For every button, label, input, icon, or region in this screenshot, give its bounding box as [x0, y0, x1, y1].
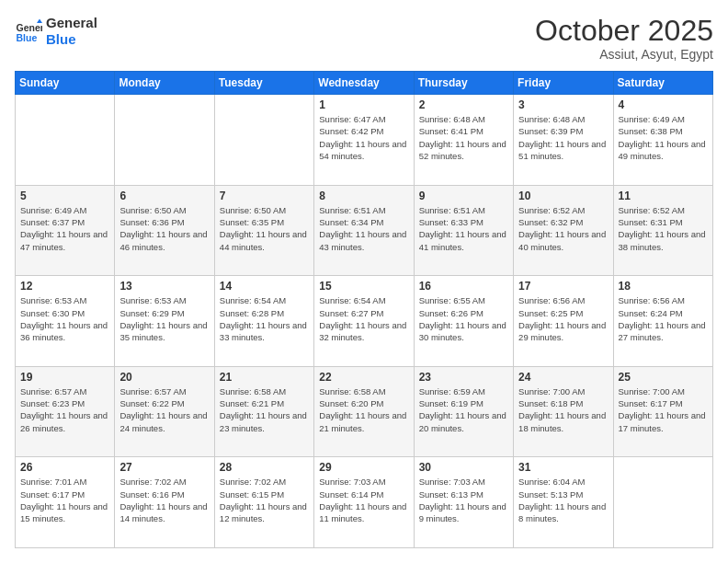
calendar-cell: 8Sunrise: 6:51 AMSunset: 6:34 PMDaylight… [314, 185, 414, 276]
calendar-cell: 2Sunrise: 6:48 AMSunset: 6:41 PMDaylight… [414, 95, 513, 186]
day-info: Sunrise: 7:01 AMSunset: 6:17 PMDaylight:… [20, 476, 109, 524]
day-info: Sunrise: 7:03 AMSunset: 6:13 PMDaylight:… [419, 476, 508, 524]
day-number: 2 [419, 98, 508, 111]
day-info: Sunrise: 7:00 AMSunset: 6:17 PMDaylight:… [619, 385, 708, 434]
calendar-cell: 29Sunrise: 7:03 AMSunset: 6:14 PMDayligh… [314, 457, 414, 548]
calendar-cell: 13Sunrise: 6:53 AMSunset: 6:29 PMDayligh… [115, 276, 214, 367]
calendar-cell: 6Sunrise: 6:50 AMSunset: 6:36 PMDaylight… [115, 185, 214, 276]
day-number: 8 [319, 190, 408, 202]
calendar-cell: 12Sunrise: 6:53 AMSunset: 6:30 PMDayligh… [16, 276, 115, 367]
day-number: 3 [518, 98, 608, 111]
day-number: 26 [20, 461, 109, 474]
day-number: 25 [619, 371, 708, 384]
day-info: Sunrise: 6:53 AMSunset: 6:29 PMDaylight:… [119, 294, 209, 343]
calendar-cell: 27Sunrise: 7:02 AMSunset: 6:16 PMDayligh… [115, 457, 214, 548]
day-info: Sunrise: 6:48 AMSunset: 6:41 PMDaylight:… [419, 113, 508, 162]
day-info: Sunrise: 6:53 AMSunset: 6:30 PMDaylight:… [20, 294, 109, 343]
header: General Blue General Blue October 2025 A… [15, 15, 713, 62]
logo: General Blue General Blue [15, 15, 97, 48]
day-info: Sunrise: 6:04 AMSunset: 5:13 PMDaylight:… [518, 476, 608, 524]
day-number: 24 [518, 371, 608, 384]
logo-icon: General Blue [15, 17, 42, 45]
day-number: 7 [220, 190, 309, 202]
calendar-cell: 7Sunrise: 6:50 AMSunset: 6:35 PMDaylight… [214, 185, 313, 276]
day-info: Sunrise: 6:58 AMSunset: 6:21 PMDaylight:… [220, 385, 309, 434]
day-number: 31 [518, 461, 608, 474]
day-info: Sunrise: 6:50 AMSunset: 6:36 PMDaylight:… [119, 204, 209, 253]
day-info: Sunrise: 6:52 AMSunset: 6:31 PMDaylight:… [619, 204, 708, 253]
day-number: 30 [419, 461, 508, 474]
day-number: 28 [220, 461, 309, 474]
svg-text:Blue: Blue [17, 32, 38, 43]
day-number: 1 [319, 98, 408, 111]
day-info: Sunrise: 7:03 AMSunset: 6:14 PMDaylight:… [319, 476, 408, 524]
day-info: Sunrise: 6:51 AMSunset: 6:33 PMDaylight:… [419, 204, 508, 253]
day-info: Sunrise: 6:52 AMSunset: 6:32 PMDaylight:… [518, 204, 608, 253]
calendar-table: SundayMondayTuesdayWednesdayThursdayFrid… [15, 71, 713, 548]
day-info: Sunrise: 6:57 AMSunset: 6:23 PMDaylight:… [20, 385, 109, 434]
page: General Blue General Blue October 2025 A… [0, 0, 728, 563]
day-of-week-header: Thursday [414, 72, 513, 95]
day-info: Sunrise: 6:50 AMSunset: 6:35 PMDaylight:… [220, 204, 309, 253]
day-number: 6 [119, 190, 209, 202]
calendar-cell [613, 457, 712, 548]
day-number: 5 [20, 190, 109, 202]
day-info: Sunrise: 7:02 AMSunset: 6:15 PMDaylight:… [220, 476, 309, 524]
month-title: October 2025 [535, 15, 713, 47]
calendar-cell: 14Sunrise: 6:54 AMSunset: 6:28 PMDayligh… [214, 276, 313, 367]
calendar-cell [115, 95, 214, 186]
day-number: 16 [419, 280, 508, 293]
day-info: Sunrise: 6:57 AMSunset: 6:22 PMDaylight:… [119, 385, 209, 434]
calendar-cell: 20Sunrise: 6:57 AMSunset: 6:22 PMDayligh… [115, 366, 214, 457]
calendar-cell: 17Sunrise: 6:56 AMSunset: 6:25 PMDayligh… [514, 276, 613, 367]
calendar-cell: 18Sunrise: 6:56 AMSunset: 6:24 PMDayligh… [613, 276, 712, 367]
calendar-cell: 26Sunrise: 7:01 AMSunset: 6:17 PMDayligh… [16, 457, 115, 548]
calendar-cell: 16Sunrise: 6:55 AMSunset: 6:26 PMDayligh… [414, 276, 513, 367]
calendar-cell: 30Sunrise: 7:03 AMSunset: 6:13 PMDayligh… [414, 457, 513, 548]
calendar-cell: 4Sunrise: 6:49 AMSunset: 6:38 PMDaylight… [613, 95, 712, 186]
day-number: 20 [119, 371, 209, 384]
day-number: 19 [20, 371, 109, 384]
day-number: 22 [319, 371, 408, 384]
day-info: Sunrise: 6:56 AMSunset: 6:24 PMDaylight:… [619, 294, 708, 343]
day-number: 18 [619, 280, 708, 293]
calendar-cell: 3Sunrise: 6:48 AMSunset: 6:39 PMDaylight… [514, 95, 613, 186]
day-info: Sunrise: 6:48 AMSunset: 6:39 PMDaylight:… [518, 113, 608, 162]
day-of-week-header: Monday [115, 72, 214, 95]
calendar-cell: 24Sunrise: 7:00 AMSunset: 6:18 PMDayligh… [514, 366, 613, 457]
day-number: 4 [619, 98, 708, 111]
svg-marker-2 [37, 19, 42, 24]
day-number: 29 [319, 461, 408, 474]
calendar-cell [214, 95, 313, 186]
day-number: 13 [119, 280, 209, 293]
day-info: Sunrise: 6:49 AMSunset: 6:38 PMDaylight:… [619, 113, 708, 162]
day-number: 27 [119, 461, 209, 474]
calendar-cell: 25Sunrise: 7:00 AMSunset: 6:17 PMDayligh… [613, 366, 712, 457]
day-info: Sunrise: 7:02 AMSunset: 6:16 PMDaylight:… [119, 476, 209, 524]
day-of-week-header: Tuesday [214, 72, 313, 95]
location: Assiut, Asyut, Egypt [535, 47, 713, 62]
day-number: 21 [220, 371, 309, 384]
calendar-cell: 5Sunrise: 6:49 AMSunset: 6:37 PMDaylight… [16, 185, 115, 276]
day-number: 12 [20, 280, 109, 293]
calendar-cell: 19Sunrise: 6:57 AMSunset: 6:23 PMDayligh… [16, 366, 115, 457]
day-number: 11 [619, 190, 708, 202]
calendar-cell: 10Sunrise: 6:52 AMSunset: 6:32 PMDayligh… [514, 185, 613, 276]
day-number: 15 [319, 280, 408, 293]
day-info: Sunrise: 6:51 AMSunset: 6:34 PMDaylight:… [319, 204, 408, 253]
day-info: Sunrise: 6:49 AMSunset: 6:37 PMDaylight:… [20, 204, 109, 253]
day-number: 14 [220, 280, 309, 293]
calendar-cell: 21Sunrise: 6:58 AMSunset: 6:21 PMDayligh… [214, 366, 313, 457]
day-of-week-header: Friday [514, 72, 613, 95]
day-info: Sunrise: 6:56 AMSunset: 6:25 PMDaylight:… [518, 294, 608, 343]
day-number: 9 [419, 190, 508, 202]
day-info: Sunrise: 6:58 AMSunset: 6:20 PMDaylight:… [319, 385, 408, 434]
logo-text: General Blue [46, 15, 97, 48]
calendar-cell: 28Sunrise: 7:02 AMSunset: 6:15 PMDayligh… [214, 457, 313, 548]
day-of-week-header: Sunday [16, 72, 115, 95]
day-number: 17 [518, 280, 608, 293]
day-of-week-header: Wednesday [314, 72, 414, 95]
calendar-cell: 23Sunrise: 6:59 AMSunset: 6:19 PMDayligh… [414, 366, 513, 457]
title-block: October 2025 Assiut, Asyut, Egypt [535, 15, 713, 62]
calendar-cell: 9Sunrise: 6:51 AMSunset: 6:33 PMDaylight… [414, 185, 513, 276]
